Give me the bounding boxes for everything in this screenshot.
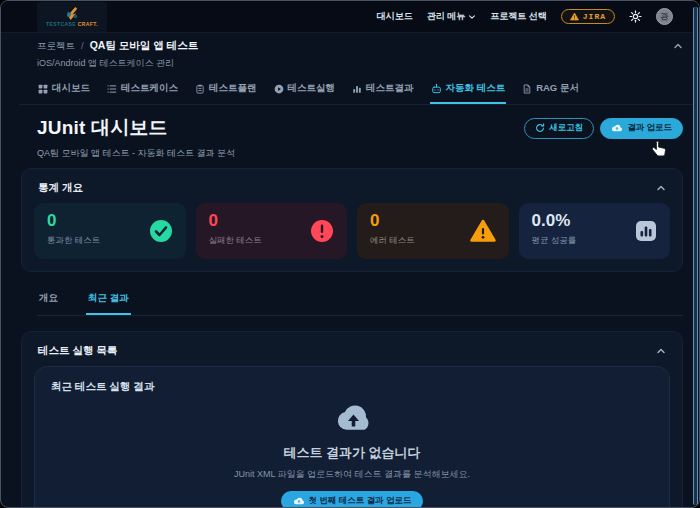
- stats-panel-title: 통계 개요: [38, 181, 83, 195]
- tab-label: 테스트결과: [366, 82, 414, 95]
- nav-project-select[interactable]: 프로젝트 선택: [490, 10, 547, 23]
- tab-label: 테스트플랜: [209, 82, 257, 95]
- tab-testresults[interactable]: 테스트결과: [351, 78, 415, 104]
- first-upload-button[interactable]: 첫 번째 테스트 결과 업로드: [281, 491, 424, 508]
- stat-card-success-rate: 0.0% 평균 성공률: [519, 203, 671, 259]
- view-tab-overview[interactable]: 개요: [37, 286, 60, 315]
- tab-testplans[interactable]: 테스트플랜: [194, 78, 258, 104]
- document-icon: [522, 84, 532, 94]
- topbar: TESTCASE CRAFT. 대시보드 관리 메뉴 프로젝트 선택 JIRA: [1, 1, 699, 33]
- cloud-upload-icon: [293, 496, 305, 506]
- tab-testcases[interactable]: 테스트케이스: [106, 78, 179, 104]
- nav-admin-menu[interactable]: 관리 메뉴: [427, 10, 477, 23]
- tab-label: 테스트실행: [288, 82, 336, 95]
- jira-status-badge[interactable]: JIRA: [561, 9, 615, 24]
- top-nav: 대시보드 관리 메뉴 프로젝트 선택 JIRA 관: [377, 8, 673, 25]
- test-runs-panel: 테스트 실행 목록 최근 테스트 실행 결과 테스트 결과가 없습니다 JUni…: [21, 331, 683, 508]
- bar-chart-icon: [352, 84, 362, 94]
- grid-icon: [38, 84, 48, 94]
- play-circle-icon: [274, 84, 284, 94]
- runs-panel-title: 테스트 실행 목록: [38, 344, 117, 358]
- logo-text: TESTCASE CRAFT.: [46, 21, 98, 27]
- breadcrumb-separator: /: [81, 40, 84, 51]
- empty-state-title: 테스트 결과가 없습니다: [283, 444, 420, 462]
- nav-admin-menu-label: 관리 메뉴: [427, 10, 466, 23]
- stat-cards: 0 통과한 테스트 0 실패한 테스트 0 에러 테스트: [34, 203, 670, 259]
- jira-badge-label: JIRA: [583, 12, 606, 21]
- cloud-upload-big-icon: [329, 402, 375, 436]
- cloud-upload-icon: [611, 123, 623, 133]
- page-title: JUnit 대시보드: [37, 115, 168, 141]
- nav-dashboard[interactable]: 대시보드: [377, 10, 413, 23]
- stat-card-failed: 0 실패한 테스트: [196, 203, 348, 259]
- view-tab-recent-results[interactable]: 최근 결과: [86, 286, 131, 315]
- refresh-button-label: 새로고침: [549, 122, 583, 134]
- tab-label: 테스트케이스: [121, 82, 178, 95]
- tab-rag-docs[interactable]: RAG 문서: [521, 78, 580, 104]
- stats-overview-panel: 통계 개요 0 통과한 테스트 0 실패한 테스트: [21, 168, 683, 272]
- project-subtitle: iOS/Android 앱 테스트케이스 관리: [37, 57, 679, 70]
- page-subtitle: QA팀 모바일 앱 테스트 - 자동화 테스트 결과 분석: [37, 147, 683, 160]
- tab-label: RAG 문서: [536, 82, 579, 95]
- empty-state: 테스트 결과가 없습니다 JUnit XML 파일을 업로드하여 테스트 결과를…: [51, 402, 653, 508]
- view-tabs: 개요 최근 결과: [37, 286, 683, 316]
- refresh-button[interactable]: 새로고침: [524, 118, 594, 139]
- alert-circle-icon: [310, 219, 334, 243]
- warning-triangle-icon: [470, 219, 496, 243]
- refresh-icon: [535, 123, 545, 133]
- upload-results-button[interactable]: 결과 업로드: [600, 118, 683, 139]
- module-tabbar: 대시보드 테스트케이스 테스트플랜 테스트실행 테스트결과 자동화 테스트: [19, 78, 695, 105]
- recent-results-title: 최근 테스트 실행 결과: [51, 380, 653, 394]
- vertical-scrollbar[interactable]: [693, 7, 698, 505]
- breadcrumb: 프로젝트 / QA팀 모바일 앱 테스트: [37, 39, 198, 53]
- user-avatar[interactable]: 관: [656, 8, 673, 25]
- gear-icon[interactable]: [629, 10, 642, 23]
- project-header: 프로젝트 / QA팀 모바일 앱 테스트 iOS/Android 앱 테스트케이…: [1, 33, 699, 105]
- chevron-down-icon: [468, 13, 476, 21]
- recent-results-card: 최근 테스트 실행 결과 테스트 결과가 없습니다 JUnit XML 파일을 …: [34, 366, 670, 508]
- tab-label: 자동화 테스트: [446, 82, 506, 95]
- main-content: JUnit 대시보드 새로고침 결과 업로드 QA팀 모바일 앱 테스트 - 자…: [1, 105, 699, 508]
- clipboard-icon: [195, 84, 205, 94]
- title-actions: 새로고침 결과 업로드: [524, 118, 683, 139]
- stats-collapse-chevron-icon[interactable]: [656, 183, 666, 193]
- first-upload-button-label: 첫 번째 테스트 결과 업로드: [309, 495, 412, 507]
- upload-button-label: 결과 업로드: [627, 122, 672, 134]
- breadcrumb-projects-link[interactable]: 프로젝트: [37, 40, 75, 53]
- chart-stats-icon: [635, 220, 657, 242]
- logo-emblem-icon: [65, 6, 80, 21]
- app-window: TESTCASE CRAFT. 대시보드 관리 메뉴 프로젝트 선택 JIRA: [0, 0, 700, 508]
- app-logo[interactable]: TESTCASE CRAFT.: [37, 2, 107, 32]
- tab-dashboard[interactable]: 대시보드: [37, 78, 91, 104]
- breadcrumb-current-project: QA팀 모바일 앱 테스트: [90, 39, 199, 53]
- stat-card-passed: 0 통과한 테스트: [34, 203, 186, 259]
- stat-card-errors: 0 에러 테스트: [357, 203, 509, 259]
- tab-label: 대시보드: [52, 82, 90, 95]
- runs-collapse-chevron-icon[interactable]: [656, 346, 666, 356]
- tab-testruns[interactable]: 테스트실행: [273, 78, 337, 104]
- warning-triangle-icon: [570, 12, 579, 21]
- robot-icon: [431, 83, 442, 94]
- empty-state-description: JUnit XML 파일을 업로드하여 테스트 결과를 분석해보세요.: [234, 468, 470, 481]
- check-circle-icon: [149, 219, 173, 243]
- project-collapse-chevron-icon[interactable]: [673, 41, 683, 51]
- list-icon: [107, 84, 117, 94]
- tab-automation-tests[interactable]: 자동화 테스트: [430, 78, 507, 104]
